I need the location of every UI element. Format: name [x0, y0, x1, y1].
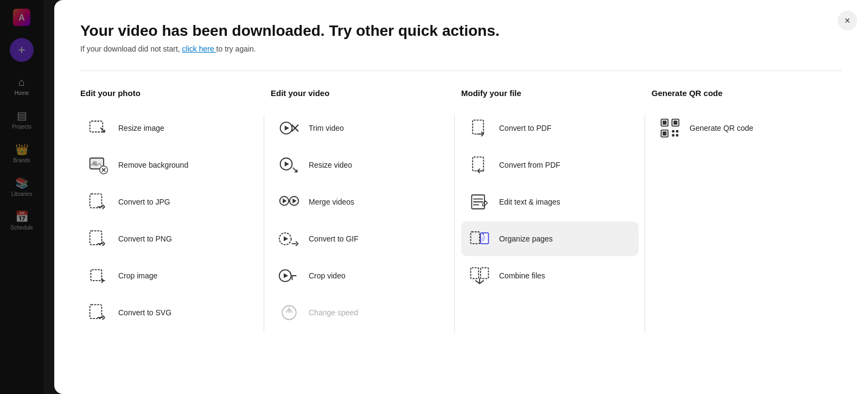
convert-from-pdf-label: Convert from PDF — [499, 161, 560, 169]
resize-image-label: Resize image — [118, 124, 164, 132]
quick-actions-modal: × Your video has been downloaded. Try ot… — [54, 0, 868, 394]
action-edit-text-images[interactable]: Edit text & images — [461, 185, 639, 219]
convert-to-pdf-label: Convert to PDF — [499, 124, 551, 132]
subtitle-post: to try again. — [216, 45, 256, 53]
svg-rect-9 — [90, 304, 102, 318]
subtitle-text: If your download did not start, — [80, 45, 182, 53]
convert-svg-label: Convert to SVG — [118, 308, 171, 317]
svg-rect-33 — [471, 232, 480, 244]
svg-rect-42 — [662, 131, 666, 135]
remove-bg-icon — [87, 153, 111, 177]
column-header-edit-video: Edit your video — [271, 88, 448, 98]
convert-jpg-label: Convert to JPG — [118, 198, 170, 206]
action-convert-png[interactable]: Convert to PNG — [80, 221, 258, 256]
svg-rect-8 — [91, 270, 101, 281]
resize-video-label: Resize video — [309, 161, 352, 169]
combine-files-icon — [468, 264, 492, 288]
change-speed-icon — [277, 301, 301, 325]
combine-files-label: Combine files — [499, 271, 545, 280]
convert-to-pdf-icon — [468, 116, 492, 140]
column-edit-video: Edit your video Trim video — [271, 88, 461, 332]
action-crop-video[interactable]: Crop video — [271, 258, 448, 293]
crop-video-label: Crop video — [309, 271, 346, 280]
convert-gif-label: Convert to GIF — [309, 234, 359, 243]
svg-rect-7 — [90, 231, 102, 244]
resize-image-icon — [87, 116, 111, 140]
crop-video-icon — [277, 264, 301, 288]
convert-jpg-icon — [87, 190, 111, 214]
action-change-speed[interactable]: Change speed — [271, 295, 448, 330]
crop-image-icon — [87, 264, 111, 288]
action-convert-to-pdf[interactable]: Convert to PDF — [461, 111, 639, 145]
divider — [80, 71, 842, 71]
action-generate-qr-code[interactable]: Generate QR code — [652, 111, 829, 145]
qr-code-icon — [658, 116, 682, 140]
svg-marker-15 — [285, 161, 289, 166]
svg-rect-38 — [662, 120, 666, 124]
action-crop-image[interactable]: Crop image — [80, 258, 258, 293]
merge-videos-icon — [277, 190, 301, 214]
crop-image-label: Crop image — [118, 271, 157, 280]
svg-marker-17 — [283, 198, 286, 203]
merge-videos-label: Merge videos — [309, 198, 354, 206]
column-edit-photo: Edit your photo Resize image — [80, 88, 271, 332]
retry-link[interactable]: click here — [182, 45, 216, 53]
svg-rect-2 — [90, 121, 103, 132]
action-remove-bg[interactable]: Remove background — [80, 148, 258, 182]
convert-png-label: Convert to PNG — [118, 234, 172, 243]
svg-marker-24 — [284, 273, 288, 278]
svg-rect-35 — [471, 268, 479, 278]
column-header-generate-qr: Generate QR code — [652, 88, 829, 98]
svg-marker-19 — [292, 198, 296, 203]
action-merge-videos[interactable]: Merge videos — [271, 185, 448, 219]
organize-pages-label: Organize pages — [499, 234, 553, 243]
svg-marker-11 — [285, 125, 289, 130]
column-header-modify-file: Modify your file — [461, 88, 639, 98]
action-resize-video[interactable]: Resize video — [271, 148, 448, 182]
action-convert-gif[interactable]: Convert to GIF — [271, 221, 448, 256]
column-generate-qr: Generate QR code — [652, 88, 842, 332]
action-resize-image[interactable]: Resize image — [80, 111, 258, 145]
modal-title: Your video has been downloaded. Try othe… — [80, 22, 842, 40]
action-convert-from-pdf[interactable]: Convert from PDF — [461, 148, 639, 182]
action-combine-files[interactable]: Combine files — [461, 258, 639, 293]
svg-rect-40 — [673, 120, 677, 124]
generate-qr-label: Generate QR code — [690, 124, 754, 132]
action-organize-pages[interactable]: Organize pages — [461, 221, 639, 256]
svg-rect-45 — [672, 134, 675, 137]
svg-rect-46 — [676, 134, 679, 137]
edit-text-images-icon — [468, 190, 492, 214]
svg-rect-44 — [676, 130, 679, 132]
convert-png-icon — [87, 227, 111, 251]
modal-subtitle: If your download did not start, click he… — [80, 45, 842, 53]
svg-rect-28 — [473, 157, 483, 170]
organize-pages-icon — [468, 227, 492, 251]
column-header-edit-photo: Edit your photo — [80, 88, 258, 98]
change-speed-label: Change speed — [309, 308, 358, 317]
edit-text-images-label: Edit text & images — [499, 198, 560, 206]
remove-bg-label: Remove background — [118, 161, 188, 169]
svg-marker-22 — [284, 236, 288, 241]
action-trim-video[interactable]: Trim video — [271, 111, 448, 145]
action-convert-svg[interactable]: Convert to SVG — [80, 295, 258, 330]
convert-from-pdf-icon — [468, 153, 492, 177]
close-button[interactable]: × — [838, 11, 857, 30]
convert-svg-icon — [87, 301, 111, 325]
action-convert-jpg[interactable]: Convert to JPG — [80, 185, 258, 219]
columns-container: Edit your photo Resize image — [80, 88, 842, 332]
svg-rect-36 — [481, 268, 489, 278]
svg-rect-43 — [672, 130, 675, 132]
trim-video-icon — [277, 116, 301, 140]
convert-gif-icon — [277, 227, 301, 251]
resize-video-icon — [277, 153, 301, 177]
column-modify-file: Modify your file Convert to PDF — [461, 88, 652, 332]
trim-video-label: Trim video — [309, 124, 344, 132]
svg-rect-6 — [90, 194, 102, 207]
